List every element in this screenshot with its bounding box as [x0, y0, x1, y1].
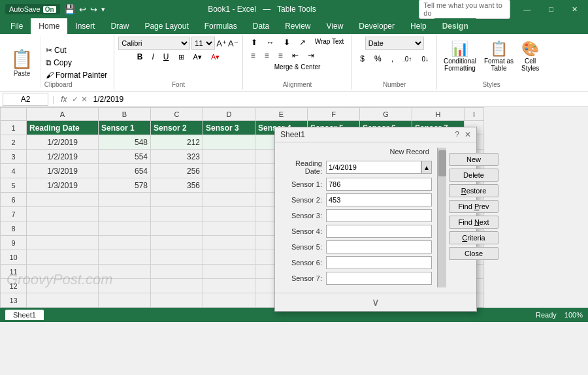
- cell[interactable]: [27, 293, 99, 308]
- format-as-table-button[interactable]: 📋 Format asTable: [482, 39, 516, 73]
- paste-button[interactable]: 📋 Paste: [7, 46, 37, 80]
- cell[interactable]: [203, 178, 255, 193]
- cell[interactable]: [99, 250, 151, 265]
- cell[interactable]: Sensor 2: [151, 121, 203, 135]
- name-box[interactable]: [3, 93, 48, 106]
- font-size-select[interactable]: 11: [191, 37, 215, 50]
- dialog-field-input[interactable]: [326, 272, 432, 285]
- cell[interactable]: [151, 193, 203, 207]
- cell[interactable]: [151, 250, 203, 265]
- cell[interactable]: [99, 207, 151, 221]
- col-header-F[interactable]: F: [308, 108, 360, 121]
- tab-home[interactable]: Home: [31, 18, 67, 34]
- close-btn[interactable]: ✕: [566, 4, 583, 15]
- col-header-C[interactable]: C: [151, 108, 203, 121]
- autosave-toggle[interactable]: AutoSave On: [5, 4, 60, 14]
- tab-file[interactable]: File: [3, 18, 31, 34]
- cell[interactable]: [151, 279, 203, 293]
- cell-styles-button[interactable]: 🎨 CellStyles: [519, 39, 542, 73]
- dialog-field-input[interactable]: [326, 178, 432, 191]
- dialog-action-btn[interactable]: Delete: [449, 169, 498, 182]
- cell[interactable]: [27, 250, 99, 265]
- sheet-tab-sheet1[interactable]: Sheet1: [5, 310, 44, 320]
- decrease-font-btn[interactable]: A⁻: [228, 39, 238, 48]
- align-top-btn[interactable]: ⬆: [247, 37, 261, 48]
- col-header-G[interactable]: G: [360, 108, 412, 121]
- tab-draw[interactable]: Draw: [103, 18, 137, 34]
- cell[interactable]: 1/3/2019: [27, 164, 99, 178]
- indent-dec-btn[interactable]: ⇤: [288, 50, 302, 61]
- dec-inc-btn[interactable]: .0↑: [399, 54, 416, 64]
- align-middle-btn[interactable]: ↔: [263, 37, 278, 48]
- cell[interactable]: 356: [151, 178, 203, 193]
- cell[interactable]: [151, 265, 203, 279]
- dialog-field-input[interactable]: [326, 256, 432, 269]
- dialog-help-btn[interactable]: ?: [455, 130, 459, 139]
- cell[interactable]: 548: [99, 135, 151, 150]
- cell[interactable]: [99, 293, 151, 308]
- tab-insert[interactable]: Insert: [67, 18, 103, 34]
- col-header-E[interactable]: E: [255, 108, 308, 121]
- number-format-select[interactable]: Date General Number Currency: [365, 37, 424, 50]
- conditional-formatting-button[interactable]: 📊 ConditionalFormatting: [441, 39, 479, 73]
- font-color-button[interactable]: A▾: [207, 52, 223, 63]
- col-header-H[interactable]: H: [412, 108, 465, 121]
- align-left-btn[interactable]: ≡: [247, 50, 259, 61]
- redo-icon[interactable]: ↪: [90, 5, 97, 14]
- cell[interactable]: 1/3/2019: [27, 178, 99, 193]
- formula-input[interactable]: [90, 93, 585, 105]
- fill-color-button[interactable]: A▾: [189, 52, 206, 63]
- scrollbar-thumb[interactable]: [438, 150, 446, 176]
- cut-button[interactable]: ✂ Cut: [43, 45, 110, 56]
- cell[interactable]: 654: [99, 164, 151, 178]
- cell[interactable]: [203, 236, 255, 250]
- cell[interactable]: 1/2/2019: [27, 150, 99, 164]
- cell[interactable]: 1/2/2019: [27, 135, 99, 150]
- dialog-scrollbar[interactable]: [437, 148, 446, 287]
- cell[interactable]: [203, 221, 255, 236]
- cell[interactable]: [27, 265, 99, 279]
- dialog-field-input[interactable]: [326, 193, 432, 206]
- italic-button[interactable]: I: [148, 51, 158, 63]
- dialog-expand-btn[interactable]: ▲: [421, 161, 432, 174]
- tab-design[interactable]: Design: [434, 18, 476, 34]
- cell[interactable]: [203, 279, 255, 293]
- format-painter-button[interactable]: 🖌 Format Painter: [43, 70, 110, 80]
- more-icon[interactable]: ▾: [101, 5, 105, 14]
- tab-formulas[interactable]: Formulas: [197, 18, 245, 34]
- cell[interactable]: Sensor 1: [99, 121, 151, 135]
- minimize-btn[interactable]: —: [518, 4, 536, 14]
- border-button[interactable]: ⊞: [174, 52, 188, 63]
- percent-btn[interactable]: %: [370, 53, 385, 65]
- font-name-select[interactable]: Calibri: [118, 37, 190, 50]
- cell[interactable]: [151, 221, 203, 236]
- dialog-action-btn[interactable]: Restore: [449, 184, 498, 197]
- cell[interactable]: 554: [99, 150, 151, 164]
- col-header-B[interactable]: B: [99, 108, 151, 121]
- dialog-action-btn[interactable]: Close: [449, 247, 498, 260]
- cell[interactable]: [203, 164, 255, 178]
- tab-review[interactable]: Review: [277, 18, 318, 34]
- col-header-A[interactable]: A: [27, 108, 99, 121]
- tab-page-layout[interactable]: Page Layout: [137, 18, 196, 34]
- cell[interactable]: [203, 265, 255, 279]
- cell[interactable]: Reading Date: [27, 121, 99, 135]
- dialog-action-btn[interactable]: Find Prev: [449, 200, 498, 213]
- align-bottom-btn[interactable]: ⬇: [280, 37, 294, 48]
- cell[interactable]: [27, 207, 99, 221]
- tell-me-input[interactable]: Tell me what you want to do: [419, 0, 510, 19]
- cell[interactable]: [99, 236, 151, 250]
- cell[interactable]: [99, 193, 151, 207]
- undo-icon[interactable]: ↩: [79, 5, 86, 14]
- save-icon[interactable]: 💾: [64, 4, 75, 14]
- increase-font-btn[interactable]: A⁺: [216, 39, 227, 48]
- dialog-field-input[interactable]: [326, 209, 432, 222]
- dialog-field-input[interactable]: [326, 161, 421, 174]
- cell[interactable]: [203, 150, 255, 164]
- accounting-btn[interactable]: $: [356, 53, 368, 65]
- cell[interactable]: [27, 236, 99, 250]
- dialog-close-btn[interactable]: ✕: [465, 130, 471, 139]
- dec-dec-btn[interactable]: 0↓: [417, 54, 433, 64]
- cell[interactable]: [203, 135, 255, 150]
- cell[interactable]: [27, 193, 99, 207]
